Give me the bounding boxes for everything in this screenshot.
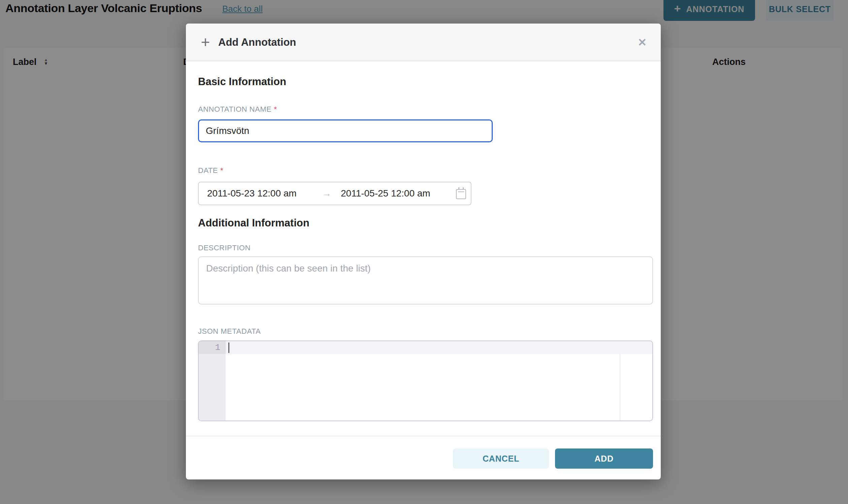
date-end-value: 2011-05-25 12:00 am xyxy=(341,188,430,199)
required-asterisk: * xyxy=(220,166,223,175)
description-textarea[interactable] xyxy=(198,256,653,305)
close-icon[interactable]: ✕ xyxy=(634,34,651,51)
required-asterisk: * xyxy=(274,105,277,113)
editor-cursor xyxy=(228,342,229,353)
modal-footer: CANCEL ADD xyxy=(186,436,661,480)
plus-icon: + xyxy=(198,34,213,50)
editor-print-margin xyxy=(620,354,620,420)
annotation-name-label: ANNOTATION NAME* xyxy=(198,104,277,114)
modal-title: Add Annotation xyxy=(218,35,296,50)
json-metadata-editor[interactable]: 1 xyxy=(198,341,653,421)
description-label: DESCRIPTION xyxy=(198,243,250,253)
date-start-value: 2011-05-23 12:00 am xyxy=(207,188,297,199)
annotation-name-label-text: ANNOTATION NAME xyxy=(198,105,272,113)
add-annotation-modal: + Add Annotation ✕ Basic Information ANN… xyxy=(186,23,661,480)
editor-active-line xyxy=(226,341,652,354)
modal-header: + Add Annotation ✕ xyxy=(186,23,661,61)
section-basic-information: Basic Information xyxy=(198,75,286,89)
date-label-text: DATE xyxy=(198,166,218,175)
cancel-button[interactable]: CANCEL xyxy=(453,449,549,469)
section-additional-information: Additional Information xyxy=(198,216,310,230)
annotation-name-input[interactable] xyxy=(198,120,493,142)
calendar-icon xyxy=(456,189,466,199)
editor-line-number: 1 xyxy=(199,342,220,353)
add-button[interactable]: ADD xyxy=(555,449,653,469)
arrow-right-icon: → xyxy=(322,188,331,199)
json-metadata-label: JSON METADATA xyxy=(198,326,261,337)
annotation-layer-page: Annotation Layer Volcanic Eruptions Back… xyxy=(0,0,848,504)
date-label: DATE* xyxy=(198,165,223,176)
date-range-picker[interactable]: 2011-05-23 12:00 am → 2011-05-25 12:00 a… xyxy=(198,182,471,205)
